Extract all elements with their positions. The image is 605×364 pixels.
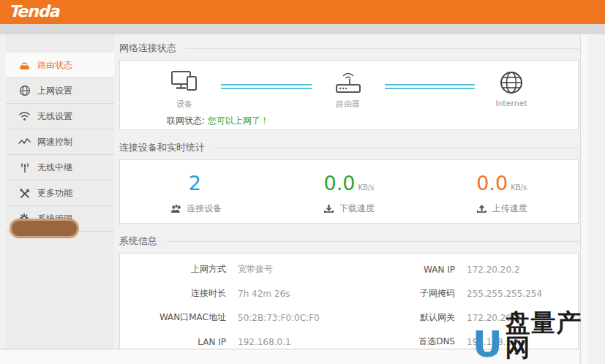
sidebar-item-label: 上网设置 <box>37 85 72 97</box>
sidebar: 路由状态 上网设置 无线设置 网速控制 无线中继 <box>6 34 114 364</box>
router-label: 路由器 <box>336 99 360 110</box>
link-router-internet <box>385 84 476 89</box>
device-label: 设备 <box>176 99 192 110</box>
status-label: 联网状态: <box>167 115 205 126</box>
sysinfo-row: LAN IP 192.168.0.1 <box>120 330 349 349</box>
section-title-stats: 连接设备和实时统计 <box>119 141 579 154</box>
sysinfo-row: 连接时长 7h 42m 26s <box>120 281 349 306</box>
sidebar-item-label: 无线设置 <box>37 110 72 123</box>
connected-devices-value: 2 <box>189 172 201 194</box>
wifi-icon <box>18 110 31 123</box>
users-icon <box>170 204 182 214</box>
tools-icon <box>18 187 31 200</box>
header-substrip <box>0 24 605 34</box>
link-device-router <box>221 84 312 89</box>
globe-icon <box>18 85 31 97</box>
status-value: 您可以上网了！ <box>208 115 269 126</box>
sysinfo-label: WAN口MAC地址 <box>120 311 226 324</box>
speed-icon <box>18 136 31 148</box>
sysinfo-value: 7h 42m 26s <box>238 289 290 299</box>
sysinfo-row: WAN口MAC地址 50:2B:73:F0:0C:F0 <box>120 306 349 330</box>
stats-panel: 2 连接设备 0.0 KB/s <box>119 159 579 224</box>
sidebar-item-label: 网速控制 <box>37 136 72 148</box>
sidebar-item-more-functions[interactable]: 更多功能 <box>6 181 114 206</box>
main-content: 网络连接状态 设备 路由器 <box>119 34 579 349</box>
sysinfo-value: 192.168.0.1 <box>238 337 291 347</box>
upantool-watermark: U 盘量产网 WWW.UPANTOOL.COM WWW.UPANTOOL.COM <box>473 310 605 364</box>
download-speed-label: 下载速度 <box>339 202 375 215</box>
sysinfo-value: 172.20.20.2 <box>467 265 520 275</box>
sidebar-item-label: 路由状态 <box>37 59 72 72</box>
sidebar-item-internet-settings[interactable]: 上网设置 <box>6 78 114 104</box>
watermark-u-logo: U <box>473 326 503 363</box>
stat-upload-speed: 0.0 KB/s 上传速度 <box>425 172 578 215</box>
router-admin-page: Tenda 路由状态 上网设置 无线设置 网速控制 <box>0 0 605 364</box>
sysinfo-label: 连接时长 <box>120 287 226 300</box>
section-title-network-status: 网络连接状态 <box>119 42 579 55</box>
router-node: 路由器 <box>322 70 375 110</box>
sidebar-spacer <box>6 34 114 53</box>
router-icon <box>18 59 31 72</box>
sysinfo-row: 上网方式 宽带拨号 <box>120 257 349 281</box>
device-node: 设备 <box>158 70 211 110</box>
connected-devices-label: 连接设备 <box>187 202 222 215</box>
connection-diagram: 设备 路由器 Internet <box>120 61 578 110</box>
tenda-logo: Tenda <box>9 2 59 20</box>
connection-status: 联网状态: 您可以上网了！ <box>167 115 578 127</box>
sidebar-item-speed-control[interactable]: 网速控制 <box>6 129 114 155</box>
sysinfo-label: 默认网关 <box>349 311 455 324</box>
sidebar-item-wireless-repeater[interactable]: 无线中继 <box>6 155 114 181</box>
sysinfo-label: 子网掩码 <box>349 287 455 300</box>
header-bar: Tenda <box>0 0 605 24</box>
stat-connected-devices: 2 连接设备 <box>120 172 273 215</box>
sidebar-item-label: 无线中继 <box>37 162 72 174</box>
download-speed-value: 0.0 <box>324 172 356 194</box>
internet-node: Internet <box>485 70 538 108</box>
sidebar-item-router-status[interactable]: 路由状态 <box>6 53 114 78</box>
internet-globe-icon <box>499 70 524 95</box>
router-device-icon <box>332 70 364 95</box>
upload-speed-label: 上传速度 <box>492 202 527 215</box>
sysinfo-value: 50:2B:73:F0:0C:F0 <box>238 313 320 323</box>
sysinfo-row: WAN IP 172.20.20.2 <box>349 257 578 281</box>
sysinfo-label: LAN IP <box>120 337 226 347</box>
sysinfo-row: 子网掩码 255.255.255.254 <box>349 281 578 306</box>
download-icon <box>323 204 335 214</box>
device-icon <box>169 70 200 95</box>
redaction-sticker <box>10 219 79 238</box>
download-speed-unit: KB/s <box>358 183 374 192</box>
sidebar-item-label: 更多功能 <box>37 187 72 200</box>
sysinfo-value: 255.255.255.254 <box>467 289 542 299</box>
internet-label: Internet <box>495 99 527 108</box>
upload-speed-unit: KB/s <box>511 183 527 192</box>
sysinfo-label: 上网方式 <box>120 263 226 276</box>
section-title-sysinfo: 系统信息 <box>119 235 579 248</box>
sysinfo-value: 宽带拨号 <box>238 263 273 276</box>
sysinfo-left-column: 上网方式 宽带拨号 连接时长 7h 42m 26s WAN口MAC地址 50:2… <box>120 257 349 349</box>
watermark-site-name: 盘量产网 <box>506 310 605 363</box>
network-status-panel: 设备 路由器 Internet 联网状态: <box>119 60 579 130</box>
repeater-icon <box>18 162 31 174</box>
upload-icon <box>476 204 488 214</box>
sidebar-item-wireless-settings[interactable]: 无线设置 <box>6 104 114 129</box>
stat-download-speed: 0.0 KB/s 下载速度 <box>273 172 426 215</box>
sysinfo-label: 首选DNS <box>349 335 455 348</box>
sysinfo-label: WAN IP <box>349 265 455 275</box>
upload-speed-value: 0.0 <box>476 172 508 194</box>
